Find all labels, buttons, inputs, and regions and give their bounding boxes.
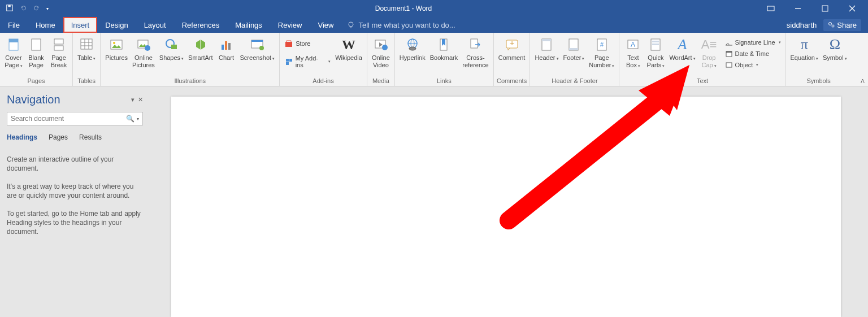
redo-icon[interactable] <box>33 4 41 14</box>
share-button[interactable]: Share <box>823 19 861 31</box>
search-icon[interactable]: 🔍 <box>126 115 134 123</box>
svg-rect-15 <box>54 46 63 50</box>
signature-line-button[interactable]: Signature Line <box>723 37 783 48</box>
tab-design[interactable]: Design <box>97 17 136 33</box>
svg-rect-4 <box>822 6 828 11</box>
tab-review[interactable]: Review <box>270 17 310 33</box>
maximize-button[interactable] <box>813 3 837 14</box>
cover-page-button[interactable]: Cover Page <box>2 34 25 71</box>
equation-button[interactable]: πEquation <box>788 34 821 63</box>
object-button[interactable]: Object <box>723 59 783 71</box>
ribbon: Cover Page Blank Page Page Break Pages T… <box>0 33 868 86</box>
search-document-input[interactable]: 🔍 ▾ <box>7 112 143 125</box>
svg-point-7 <box>349 22 353 27</box>
svg-text:#: # <box>600 41 604 48</box>
omega-icon: Ω <box>830 36 840 53</box>
comment-button[interactable]: +Comment <box>496 34 528 63</box>
nav-tab-pages[interactable]: Pages <box>49 133 68 141</box>
screenshot-button[interactable]: Screenshot <box>238 34 277 63</box>
search-dropdown-icon[interactable]: ▾ <box>137 116 139 121</box>
blank-page-button[interactable]: Blank Page <box>25 34 47 70</box>
nav-tabs: Headings Pages Results <box>7 133 143 141</box>
nav-hint-2: It's a great way to keep track of where … <box>7 182 143 200</box>
svg-rect-56 <box>652 41 659 42</box>
tab-insert[interactable]: Insert <box>63 17 98 33</box>
wordart-icon: A <box>678 36 687 53</box>
svg-point-10 <box>832 25 834 27</box>
group-addins: Store My Add-ins WWikipedia Add-ins <box>280 33 367 86</box>
svg-rect-48 <box>542 39 551 41</box>
wikipedia-icon: W <box>342 37 355 53</box>
bookmark-button[interactable]: Bookmark <box>428 34 461 63</box>
page-break-button[interactable]: Page Break <box>47 34 70 70</box>
addins-icon <box>284 57 293 66</box>
svg-rect-26 <box>171 45 177 49</box>
hyperlink-button[interactable]: Hyperlink <box>397 34 428 63</box>
nav-close-icon[interactable]: ✕ <box>138 96 143 103</box>
header-button[interactable]: Header <box>532 34 561 63</box>
tab-file[interactable]: File <box>0 17 28 33</box>
store-button[interactable]: Store <box>282 38 333 49</box>
title-bar: ▾ Document1 - Word <box>0 0 868 17</box>
svg-rect-28 <box>225 41 227 50</box>
user-name[interactable]: siddharth <box>787 21 817 29</box>
svg-point-9 <box>829 23 832 25</box>
shapes-button[interactable]: Shapes <box>157 34 186 63</box>
footer-button[interactable]: Footer <box>561 34 587 63</box>
collapse-ribbon-icon[interactable]: ᐱ <box>861 78 865 84</box>
svg-rect-12 <box>9 39 18 42</box>
table-button[interactable]: Table <box>75 34 98 63</box>
tab-home[interactable]: Home <box>28 17 63 33</box>
tab-view[interactable]: View <box>310 17 341 33</box>
my-addins-button[interactable]: My Add-ins <box>282 56 333 67</box>
tab-layout[interactable]: Layout <box>136 17 174 33</box>
svg-text:A: A <box>631 41 635 49</box>
nav-tab-results[interactable]: Results <box>79 133 102 141</box>
quick-access-toolbar: ▾ <box>0 4 49 14</box>
search-input[interactable] <box>11 115 126 123</box>
tab-references[interactable]: References <box>174 17 227 33</box>
undo-icon[interactable] <box>19 4 27 14</box>
online-video-button[interactable]: Online Video <box>370 34 392 70</box>
navigation-title: Navigation <box>7 93 60 106</box>
minimize-button[interactable] <box>785 3 810 14</box>
nav-hint-3: To get started, go to the Home tab and a… <box>7 209 143 236</box>
page-number-button[interactable]: #Page Number <box>587 34 617 71</box>
save-icon[interactable] <box>6 4 14 14</box>
pi-icon: π <box>801 36 808 53</box>
group-symbols: πEquation ΩSymbol Symbols <box>786 33 852 86</box>
share-label: Share <box>837 21 857 29</box>
pictures-button[interactable]: Pictures <box>103 34 130 63</box>
ribbon-display-icon[interactable] <box>758 3 783 14</box>
online-pictures-button[interactable]: Online Pictures <box>130 34 157 70</box>
svg-rect-35 <box>289 59 292 62</box>
svg-rect-31 <box>251 40 263 42</box>
quick-parts-button[interactable]: Quick Parts <box>644 34 667 71</box>
tell-me-search[interactable]: Tell me what you want to do... <box>341 21 455 29</box>
nav-tab-headings[interactable]: Headings <box>7 133 37 141</box>
tab-mailings[interactable]: Mailings <box>227 17 270 33</box>
smartart-button[interactable]: SmartArt <box>186 34 215 63</box>
group-header-footer: Header Footer #Page Number Header & Foot… <box>530 33 619 86</box>
symbol-button[interactable]: ΩSymbol <box>821 34 849 63</box>
navigation-pane: Navigation ▾ ✕ 🔍 ▾ Headings Pages Result… <box>0 86 150 317</box>
wordart-button[interactable]: AWordArt <box>667 34 697 63</box>
close-button[interactable] <box>840 3 865 14</box>
chart-button[interactable]: Chart <box>215 34 238 63</box>
workspace: Navigation ▾ ✕ 🔍 ▾ Headings Pages Result… <box>0 86 868 317</box>
share-icon <box>828 21 835 28</box>
svg-rect-14 <box>54 39 63 44</box>
text-box-button[interactable]: AText Box <box>622 34 644 71</box>
svg-point-42 <box>409 47 416 50</box>
date-time-button[interactable]: Date & Time <box>723 48 783 59</box>
nav-dropdown-icon[interactable]: ▾ <box>131 96 134 103</box>
svg-point-24 <box>145 45 150 51</box>
group-links: Hyperlink Bookmark Cross- reference Link… <box>395 33 494 86</box>
document-area <box>150 86 868 317</box>
group-text: AText Box Quick Parts AWordArt A≡Drop Ca… <box>619 33 785 86</box>
dropcap-icon: A≡ <box>701 37 717 52</box>
cross-reference-button[interactable]: Cross- reference <box>460 34 491 70</box>
drop-cap-button[interactable]: A≡Drop Cap <box>698 34 721 71</box>
document-page[interactable] <box>171 97 841 317</box>
wikipedia-button[interactable]: WWikipedia <box>333 34 364 63</box>
